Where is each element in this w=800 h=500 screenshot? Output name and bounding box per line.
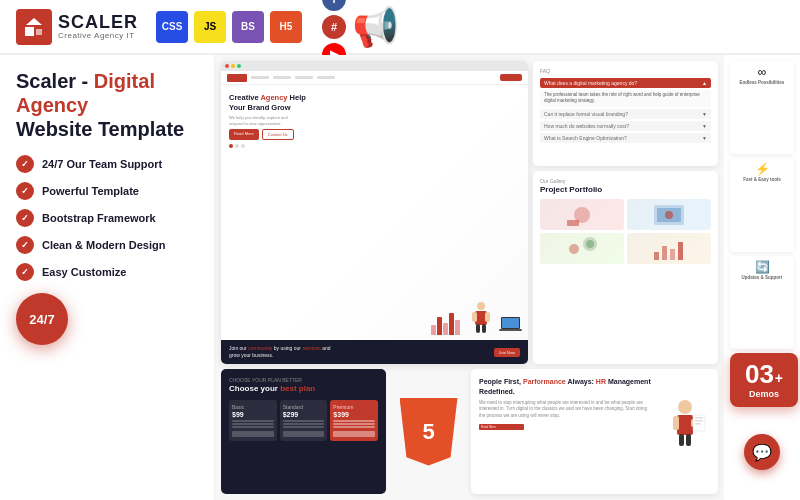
product-title: Scaler - Digital AgencyWebsite Template [16, 69, 198, 141]
mock-hero-section: Creative Agency HelpYour Brand Grow We h… [221, 85, 528, 340]
check-icon-4: ✓ [16, 236, 34, 254]
mock-nav-item-3 [295, 76, 313, 79]
feature-item-3: ✓ Bootstrap Framework [16, 209, 198, 227]
faq-subtitle: FAQ [540, 68, 711, 74]
right-column-mockups: FAQ What does a digital marketing agency… [533, 61, 718, 364]
svg-rect-0 [25, 27, 34, 36]
css-badge: CSS [156, 11, 188, 43]
right-side-panel: ∞ Endless Possibilities ⚡ Fast & Easy to… [724, 55, 800, 500]
svg-rect-7 [476, 324, 480, 333]
hr-headline: People First, Parformance Always: HR Man… [479, 377, 654, 397]
fast-label: Fast & Easy tools [734, 177, 790, 183]
svg-rect-29 [695, 417, 703, 419]
feature-label-2: Powerful Template [42, 185, 139, 197]
badge-24-7: 24/7 [16, 293, 68, 345]
feature-box-updates: 🔄 Updates & Support [730, 256, 794, 349]
logo-area: SCALER Creative Agency IT [16, 9, 138, 45]
top-header: SCALER Creative Agency IT CSS JS BS H5 f… [0, 0, 800, 55]
laptop-figure [498, 315, 523, 335]
pricing-plans: Basic $99 Standard [229, 400, 378, 441]
portfolio-mockup-card: Our Gallery Project Portfolio [533, 171, 718, 364]
feature-item-2: ✓ Powerful Template [16, 182, 198, 200]
logo-name: SCALER [58, 13, 138, 31]
hashtag-icon[interactable]: # [322, 15, 346, 39]
plan-premium-price: $399 [333, 411, 375, 418]
js-badge: JS [194, 11, 226, 43]
faq-item-2: Can it replace formal visual branding? ▼ [540, 109, 711, 119]
feature-label-1: 24/7 Our Team Support [42, 158, 162, 170]
hr-illustration [660, 377, 710, 486]
svg-rect-8 [482, 324, 486, 333]
feature-box-endless: ∞ Endless Possibilities [730, 61, 794, 154]
mock-hero-buttons: Read More Contact Us [229, 129, 306, 140]
feature-item-4: ✓ Clean & Modern Design [16, 236, 198, 254]
html5-shape: 5 [400, 398, 458, 466]
plan-premium-name: Premium [333, 404, 375, 410]
updates-icon: 🔄 [734, 261, 790, 273]
svg-rect-13 [567, 220, 579, 226]
faq-items: What does a digital marketing agency do?… [540, 78, 711, 143]
html-badge: H5 [270, 11, 302, 43]
svg-rect-33 [686, 434, 691, 446]
mock-dark-strip: Join our community by using our services… [221, 340, 528, 364]
svg-point-19 [586, 240, 594, 248]
mock-nav-button [500, 74, 522, 81]
mock-nav-item-2 [273, 76, 291, 79]
demos-plus: + [775, 371, 783, 385]
plan-standard-price: $299 [283, 411, 325, 418]
tech-badges: CSS JS BS H5 [156, 11, 302, 43]
megaphone-icon: 📢 [352, 5, 399, 49]
svg-rect-30 [695, 420, 703, 422]
logo-text: SCALER Creative Agency IT [58, 13, 138, 40]
svg-point-24 [678, 400, 692, 414]
plan-standard-name: Standard [283, 404, 325, 410]
feature-box-fast: ⚡ Fast & Easy tools [730, 158, 794, 251]
person-figure [466, 300, 496, 335]
page-container: SCALER Creative Agency IT CSS JS BS H5 f… [0, 0, 800, 500]
features-list: ✓ 24/7 Our Team Support ✓ Powerful Templ… [16, 155, 198, 281]
mock-hero-text: Creative Agency HelpYour Brand Grow We h… [229, 93, 306, 148]
svg-rect-31 [695, 423, 701, 425]
plan-standard: Standard $299 [280, 400, 328, 441]
hr-card-content: People First, Parformance Always: HR Man… [479, 377, 654, 486]
html5-badge-area: 5 [391, 369, 466, 494]
svg-rect-20 [654, 252, 659, 260]
demos-badge: 03 + Demos [730, 353, 798, 407]
bootstrap-badge: BS [232, 11, 264, 43]
mock-logo [227, 74, 247, 82]
mock-hero-heading: Creative Agency HelpYour Brand Grow [229, 93, 306, 113]
svg-rect-32 [679, 434, 684, 446]
feature-item-1: ✓ 24/7 Our Team Support [16, 155, 198, 173]
faq-item-3: How much do websites normally cost? ▼ [540, 121, 711, 131]
mock-nav-item-1 [251, 76, 269, 79]
pricing-headline: Choose your best plan [229, 384, 378, 394]
portfolio-item-3 [540, 233, 624, 264]
faq-item-1: What does a digital marketing agency do?… [540, 78, 711, 88]
plan-premium: Premium $399 [330, 400, 378, 441]
svg-rect-11 [499, 329, 522, 331]
center-area: Creative Agency HelpYour Brand Grow We h… [215, 55, 724, 500]
browser-bar [221, 61, 528, 71]
fast-icon: ⚡ [734, 163, 790, 175]
faq-mockup-card: FAQ What does a digital marketing agency… [533, 61, 718, 166]
center-top-mockups: Creative Agency HelpYour Brand Grow We h… [221, 61, 718, 364]
endless-label: Endless Possibilities [734, 80, 790, 86]
hr-mockup-card: People First, Parformance Always: HR Man… [471, 369, 718, 494]
mock-nav-item-4 [317, 76, 335, 79]
plan-basic-name: Basic [232, 404, 274, 410]
hero-illustration [431, 300, 523, 335]
svg-rect-21 [662, 246, 667, 260]
svg-point-16 [665, 211, 673, 219]
center-bottom-mockups: CHOOSE YOUR PLAN BETTER Choose your best… [221, 369, 718, 494]
svg-rect-23 [678, 242, 683, 260]
check-icon-1: ✓ [16, 155, 34, 173]
play-chat-button[interactable]: 💬 [744, 434, 780, 470]
browser-dot-green [237, 64, 241, 68]
svg-point-3 [477, 302, 485, 310]
pricing-subtitle: CHOOSE YOUR PLAN BETTER [229, 377, 378, 383]
feature-label-3: Bootstrap Framework [42, 212, 156, 224]
mock-join-btn: Join Now [494, 348, 520, 357]
portfolio-item-1 [540, 199, 624, 230]
facebook-icon[interactable]: f [322, 0, 346, 11]
portfolio-item-4 [627, 233, 711, 264]
